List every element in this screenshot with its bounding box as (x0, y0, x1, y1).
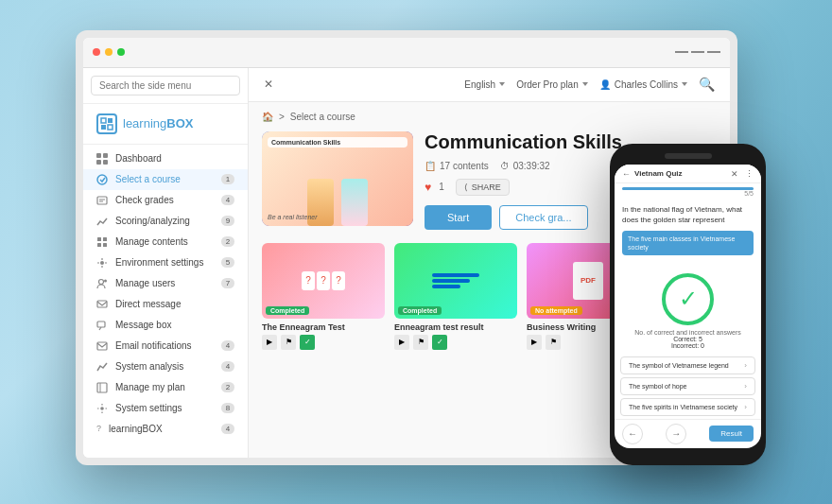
mobile-option-3[interactable]: The five spirits in Vietnamese society › (620, 398, 755, 416)
browser-chrome (83, 38, 730, 68)
email-icon (96, 340, 108, 352)
menu-line-3 (707, 51, 720, 53)
mobile-option-2[interactable]: The symbol of hope › (620, 377, 755, 395)
svg-rect-3 (108, 125, 113, 130)
card-icon-play-3[interactable]: ▶ (527, 335, 542, 350)
svg-rect-19 (97, 301, 107, 307)
arrow-3 (432, 285, 460, 288)
sidebar-item-email[interactable]: Email notifications 4 (83, 336, 248, 356)
traffic-light-yellow[interactable] (105, 48, 113, 56)
plan-chevron (582, 82, 588, 86)
mobile-back-icon[interactable]: ← (622, 169, 631, 179)
laptop-container: learningBOX Dashboard Select a course 1 (76, 30, 756, 484)
card-icon-cert-2[interactable]: ✓ (432, 335, 447, 350)
manage-plan-icon (96, 382, 108, 393)
close-icon[interactable]: ✕ (264, 78, 273, 91)
mobile-result-button[interactable]: Result (709, 426, 754, 442)
sidebar-item-learningbox[interactable]: ? learningBOX 4 (83, 419, 248, 439)
check-grades-icon (96, 195, 108, 206)
sidebar-item-system-analysis[interactable]: System analysis 4 (83, 356, 248, 377)
heart-icon[interactable]: ♥ (425, 181, 431, 194)
logo-icon (96, 113, 117, 134)
sidebar-item-scoring[interactable]: Scoring/analyzing 9 (83, 211, 248, 232)
mobile-close-icon[interactable]: ✕ (731, 169, 738, 179)
arrow-1 (432, 273, 479, 277)
sidebar-item-check-grades[interactable]: Check grades 4 (83, 190, 248, 211)
sidebar-item-select-course[interactable]: Select a course 1 (83, 169, 248, 190)
svg-rect-2 (101, 125, 106, 130)
svg-rect-0 (101, 118, 106, 123)
sidebar: learningBOX Dashboard Select a course 1 (83, 68, 249, 458)
mobile-forward-button[interactable]: → (666, 424, 686, 444)
arrow-2 (432, 279, 470, 283)
language-chevron (499, 82, 505, 86)
manage-users-icon (96, 278, 108, 289)
course-thumb-subtitle: Be a real listener (268, 214, 318, 220)
svg-point-17 (99, 279, 104, 284)
card-icon-play-2[interactable]: ▶ (394, 335, 409, 350)
mobile-option-1[interactable]: The symbol of Vietnamese legend › (620, 356, 755, 374)
mobile-back-button[interactable]: ← (622, 424, 643, 444)
check-grades-button[interactable]: Check gra... (499, 205, 587, 230)
message-box-icon (96, 320, 108, 331)
card-icon-flag-1[interactable]: ⚑ (281, 335, 296, 350)
share-button[interactable]: ⟨ SHARE (456, 179, 510, 196)
card-icon-play-1[interactable]: ▶ (262, 335, 277, 350)
browser-menu (675, 51, 720, 53)
svg-point-18 (104, 279, 107, 282)
course-meta-duration: ⏱ 03:39:32 (500, 161, 550, 171)
system-analysis-icon (96, 361, 108, 373)
language-selector[interactable]: English (464, 79, 505, 90)
mobile-options: The symbol of Vietnamese legend › The sy… (615, 356, 761, 419)
system-settings-icon (96, 403, 108, 414)
user-chevron (682, 82, 687, 86)
course-thumb-title: Communication Skills (268, 137, 407, 148)
plan-selector[interactable]: Order Pro plan (516, 79, 588, 90)
contents-icon: 📋 (425, 161, 436, 171)
traffic-light-green[interactable] (117, 48, 125, 56)
course-thumbnail-bg: Communication Skills Be a real listener (262, 131, 413, 226)
card-badge-3: No attempted (530, 306, 582, 315)
breadcrumb-current: Select a course (290, 112, 355, 122)
mobile-footer: ← → Result (615, 419, 761, 448)
sidebar-item-dashboard[interactable]: Dashboard (83, 148, 248, 169)
top-bar: ✕ English Order Pro plan 👤 (249, 68, 730, 102)
sidebar-item-message-box[interactable]: Message box (83, 315, 248, 336)
card-icon-flag-2[interactable]: ⚑ (413, 335, 428, 350)
traffic-light-red[interactable] (93, 48, 100, 56)
logo-svg (100, 117, 113, 130)
environment-icon (96, 257, 108, 269)
sidebar-search-input[interactable] (91, 76, 240, 96)
search-icon[interactable]: 🔍 (699, 77, 715, 92)
course-card-1-thumb: ? ? ? Completed (262, 243, 385, 319)
sidebar-item-system-settings[interactable]: System settings 8 (83, 398, 248, 419)
sidebar-item-manage-contents[interactable]: Manage contents 2 (83, 232, 248, 252)
direct-message-icon (96, 299, 108, 310)
mobile-progress-wrap: 5/5 (615, 183, 761, 199)
course-thumbnail: Communication Skills Be a real listener (262, 131, 413, 226)
mobile-screen: ← Vietnam Quiz ✕ ⋮ 5/5 In the national f… (615, 165, 761, 448)
topbar-right: English Order Pro plan 👤 Charles Collins (464, 77, 715, 92)
svg-point-16 (100, 261, 104, 265)
mobile-more-icon[interactable]: ⋮ (745, 169, 754, 179)
question-marks: ? ? ? (302, 271, 345, 290)
user-menu[interactable]: 👤 Charles Collins (599, 79, 687, 90)
svg-rect-15 (103, 243, 107, 247)
sidebar-item-manage-plan[interactable]: Manage my plan 2 (83, 377, 248, 398)
sidebar-search-container (83, 68, 248, 104)
svg-rect-14 (97, 243, 101, 247)
qm-1: ? (302, 271, 315, 290)
sidebar-item-manage-users[interactable]: Manage users 7 (83, 273, 248, 294)
start-button[interactable]: Start (425, 205, 492, 230)
mobile-header: ← Vietnam Quiz ✕ ⋮ (615, 165, 761, 183)
qm-3: ? (332, 271, 345, 290)
sidebar-item-environment[interactable]: Environment settings 5 (83, 252, 248, 273)
breadcrumb-home[interactable]: 🏠 (262, 112, 273, 122)
mobile-result-area: ✓ No. of correct and incorrect answers C… (615, 266, 761, 356)
card-icon-flag-3[interactable]: ⚑ (546, 335, 561, 350)
card-icon-cert-1[interactable]: ✓ (300, 335, 315, 350)
sidebar-logo-text: learningBOX (123, 116, 193, 130)
scoring-icon (96, 216, 108, 227)
option-arrow-2: › (744, 382, 747, 391)
sidebar-item-direct-message[interactable]: Direct message (83, 294, 248, 315)
